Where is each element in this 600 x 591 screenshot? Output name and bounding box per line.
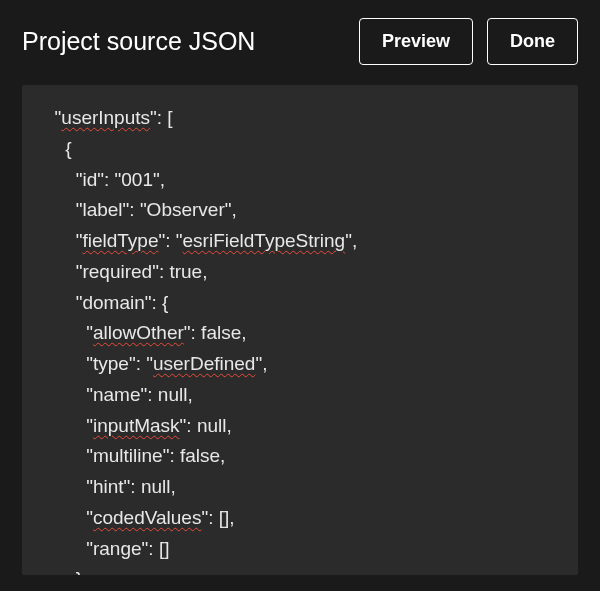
code-line: "inputMask": null, bbox=[44, 411, 556, 442]
code-line: "codedValues": [], bbox=[44, 503, 556, 534]
code-line: { bbox=[44, 134, 556, 165]
code-line: "name": null, bbox=[44, 380, 556, 411]
code-line: }, bbox=[44, 564, 556, 575]
header: Project source JSON Preview Done bbox=[0, 0, 600, 85]
code-editor[interactable]: "userInputs": [ { "id": "001", "label": … bbox=[22, 85, 578, 575]
header-buttons: Preview Done bbox=[359, 18, 578, 65]
code-line: "domain": { bbox=[44, 288, 556, 319]
code-line: "label": "Observer", bbox=[44, 195, 556, 226]
preview-button[interactable]: Preview bbox=[359, 18, 473, 65]
code-line: "multiline": false, bbox=[44, 441, 556, 472]
code-line: "id": "001", bbox=[44, 165, 556, 196]
code-line: "allowOther": false, bbox=[44, 318, 556, 349]
code-line: "type": "userDefined", bbox=[44, 349, 556, 380]
done-button[interactable]: Done bbox=[487, 18, 578, 65]
code-line: "range": [] bbox=[44, 534, 556, 565]
code-line: "required": true, bbox=[44, 257, 556, 288]
code-content: "userInputs": [ { "id": "001", "label": … bbox=[44, 103, 556, 575]
code-line: "fieldType": "esriFieldTypeString", bbox=[44, 226, 556, 257]
page-title: Project source JSON bbox=[22, 27, 255, 56]
code-line: "userInputs": [ bbox=[44, 103, 556, 134]
code-line: "hint": null, bbox=[44, 472, 556, 503]
